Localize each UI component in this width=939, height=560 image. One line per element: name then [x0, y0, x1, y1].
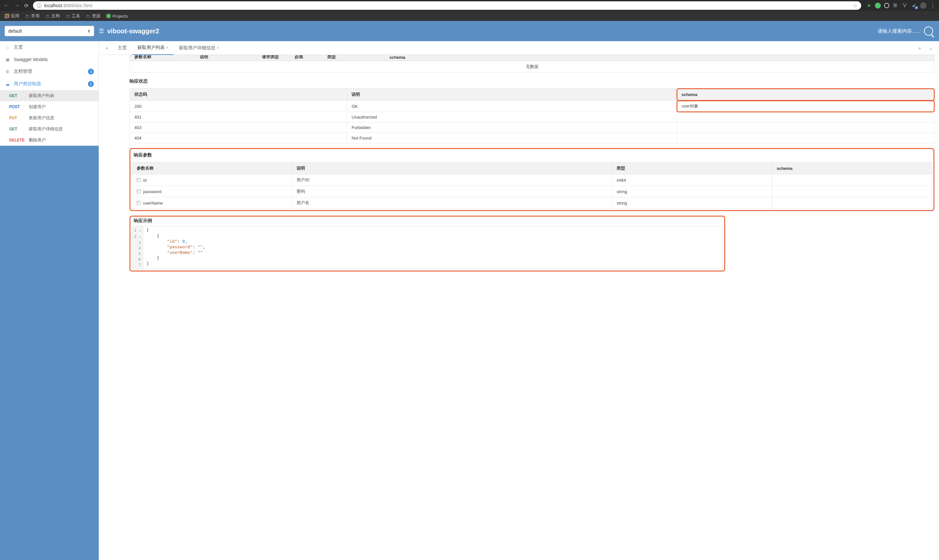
- response-params-table: 参数名称 说明 类型 schema id用户IDint64 password密码…: [132, 162, 932, 209]
- sidebar-item-label: 文档管理: [14, 69, 32, 74]
- code-lines: [ { "id": 0, "password": "", "userName":…: [143, 226, 208, 269]
- col-schema: schema: [772, 162, 932, 174]
- select-value: default: [8, 28, 22, 34]
- home-icon: ⌂: [5, 45, 11, 50]
- bookmark-folder[interactable]: 🗀文档: [45, 13, 60, 19]
- api-group-select[interactable]: default ▲▼: [5, 26, 94, 36]
- api-item[interactable]: DELETE 删除用户: [0, 135, 99, 146]
- content-scroll[interactable]: 参数名称 说明 请求类型 必填 类型 schema 无数据 响应状态 状态码 说…: [99, 55, 939, 560]
- field-icon: [137, 201, 140, 205]
- table-row: 403Forbidden: [130, 123, 934, 133]
- sidebar-item-user-controller[interactable]: ☁ 用户类控制器 5: [0, 78, 99, 90]
- col-schema: schema: [677, 89, 934, 101]
- sidebar-item-home[interactable]: ⌂ 主页: [0, 41, 99, 54]
- bookmark-label: 工具: [72, 13, 80, 19]
- sidebar-empty-area: [0, 146, 99, 560]
- tab-label: 主页: [118, 45, 127, 51]
- close-icon[interactable]: ×: [166, 45, 168, 50]
- search-icon[interactable]: [924, 26, 933, 35]
- bookmark-projects[interactable]: Projects: [106, 14, 128, 18]
- folder-icon: 🗀: [25, 14, 29, 18]
- section-title-response-example: 响应示例: [134, 218, 723, 224]
- tab-menu-icon[interactable]: ⌄: [925, 45, 936, 51]
- tab-home[interactable]: 主页: [113, 41, 132, 55]
- api-item[interactable]: PUT 更新用户信息: [0, 112, 99, 123]
- folder-icon: 🗀: [66, 14, 70, 18]
- table-row: 401Unauthorized: [130, 112, 934, 123]
- browser-menu-icon[interactable]: ⋮: [930, 2, 936, 9]
- vue-icon[interactable]: V: [902, 3, 908, 9]
- browser-toolbar: ← → ⟳ i localhost:8089/doc.html ☆ ✦ ⛨ V …: [0, 0, 939, 11]
- code-gutter: 1 ▾2 ▾34567: [132, 226, 143, 269]
- tab-label: 获取用户列表: [137, 45, 165, 51]
- bookmark-folder[interactable]: 🗀工具: [66, 13, 80, 19]
- api-item[interactable]: POST 创建用户: [0, 101, 99, 112]
- api-label: 更新用户信息: [29, 115, 54, 121]
- bookmark-star-icon[interactable]: ☆: [853, 3, 857, 9]
- sidebar-toggle-icon[interactable]: ☰: [99, 28, 104, 35]
- tab-user-list[interactable]: 获取用户列表×: [132, 41, 174, 55]
- col-type: 类型: [612, 162, 772, 174]
- table-row: 404Not Found: [130, 133, 934, 143]
- extension-icon[interactable]: ✔5: [911, 3, 917, 9]
- field-icon: [137, 189, 140, 194]
- close-icon[interactable]: ×: [217, 46, 219, 50]
- folder-icon: 🗀: [86, 14, 90, 18]
- response-example-code[interactable]: 1 ▾2 ▾34567 [ { "id": 0, "password": "",…: [132, 226, 723, 269]
- reload-icon[interactable]: ⟳: [24, 3, 28, 9]
- http-method: POST: [9, 105, 25, 109]
- tab-user-detail[interactable]: 获取用户详细信息×: [174, 41, 224, 55]
- table-row: id用户IDint64: [132, 174, 932, 186]
- tab-scroll-right-icon[interactable]: »: [914, 45, 925, 51]
- bookmark-apps[interactable]: 应用: [5, 13, 19, 19]
- evernote-icon[interactable]: ✦: [866, 3, 872, 9]
- count-badge: 5: [88, 81, 94, 87]
- bookmark-label: 文档: [51, 13, 60, 19]
- shield-icon[interactable]: ⛨: [893, 3, 899, 9]
- nav-forward-icon[interactable]: →: [14, 2, 20, 9]
- extension-icon[interactable]: [884, 3, 889, 8]
- table-row: password密码string: [132, 186, 932, 197]
- api-item[interactable]: GET 获取用户列表: [0, 90, 99, 101]
- tab-scroll-left-icon[interactable]: «: [101, 45, 113, 51]
- app-title: viboot-swagger2: [107, 28, 159, 35]
- sidebar-item-label: Swagger Models: [14, 57, 48, 62]
- extension-icons: ✦ ⛨ V ✔5 ⋮: [866, 2, 936, 9]
- section-title-response-status: 响应状态: [130, 78, 934, 84]
- sidebar-item-swagger-models[interactable]: ▣ Swagger Models: [0, 54, 99, 65]
- col-param-name: 参数名称: [132, 162, 292, 174]
- extension-icon[interactable]: [875, 3, 881, 9]
- search-placeholder[interactable]: 请输入搜索内容......: [877, 28, 920, 34]
- bookmark-label: 常用: [31, 13, 40, 19]
- sidebar: ⌂ 主页 ▣ Swagger Models 🗎 文档管理 3 ☁ 用户类控制器 …: [0, 41, 99, 146]
- response-params-highlight: 响应参数 参数名称 说明 类型 schema id用户IDint64 passw…: [130, 148, 934, 211]
- bookmarks-bar: 应用 🗀常用 🗀文档 🗀工具 🗀资源 Projects: [0, 11, 939, 21]
- bookmark-label: 应用: [11, 13, 19, 19]
- document-icon: 🗎: [5, 69, 11, 74]
- bookmark-folder[interactable]: 🗀资源: [86, 13, 100, 19]
- sidebar-item-label: 用户类控制器: [14, 81, 41, 87]
- url-bar[interactable]: i localhost:8089/doc.html ☆: [33, 1, 861, 10]
- http-method: GET: [9, 94, 25, 98]
- col-description: 说明: [292, 162, 612, 174]
- tab-label: 获取用户详细信息: [179, 45, 216, 51]
- sidebar-item-doc-management[interactable]: 🗎 文档管理 3: [0, 65, 99, 78]
- table-row: userName用户名string: [132, 197, 932, 209]
- col-status-code: 状态码: [130, 89, 347, 101]
- bookmark-folder[interactable]: 🗀常用: [25, 13, 40, 19]
- spring-icon: [106, 14, 111, 18]
- section-title-response-params: 响应参数: [134, 152, 932, 158]
- bookmark-label: 资源: [92, 13, 100, 19]
- app-header: default ▲▼ ☰ viboot-swagger2 请输入搜索内容....…: [0, 21, 939, 41]
- api-label: 创建用户: [29, 104, 46, 110]
- http-method: PUT: [9, 115, 25, 120]
- profile-avatar-icon[interactable]: [920, 2, 927, 9]
- site-info-icon[interactable]: i: [37, 3, 42, 8]
- api-item[interactable]: GET 获取用户详细信息: [0, 123, 99, 135]
- cube-icon: ▣: [5, 57, 11, 62]
- api-label: 获取用户列表: [29, 93, 54, 98]
- nav-back-icon[interactable]: ←: [3, 2, 9, 9]
- api-list: GET 获取用户列表 POST 创建用户 PUT 更新用户信息 GET 获取用户…: [0, 90, 99, 146]
- request-params-table: 无数据: [130, 61, 934, 72]
- api-label: 删除用户: [29, 137, 46, 143]
